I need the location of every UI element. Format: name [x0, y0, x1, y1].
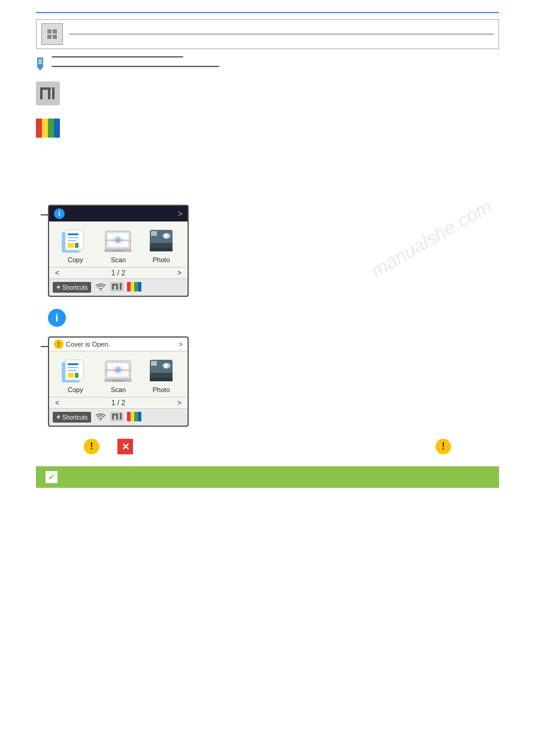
svg-rect-37	[150, 248, 173, 251]
header-row	[36, 19, 499, 49]
svg-rect-21	[68, 233, 78, 235]
printer-screen-2: ! Cover is Open. > Copy	[48, 336, 189, 427]
ink-icon-small-2	[127, 412, 141, 423]
svg-rect-46	[131, 282, 134, 292]
ink-icon-small-1	[127, 282, 141, 293]
screen1-page: 1 / 2	[111, 269, 125, 277]
screen2-bottombar: + Shortcuts	[49, 408, 188, 426]
svg-rect-0	[47, 29, 52, 34]
screen2-scan-label: Scan	[111, 386, 126, 393]
screen2-page: 1 / 2	[111, 399, 125, 407]
ink-icon	[36, 119, 60, 138]
svg-marker-5	[37, 67, 43, 71]
svg-rect-1	[53, 29, 57, 34]
svg-rect-24	[68, 243, 74, 248]
screen1-arrow: >	[178, 209, 183, 218]
svg-rect-2	[47, 35, 52, 39]
screen1-icons: Copy Scan	[49, 221, 188, 267]
svg-rect-60	[105, 369, 131, 371]
svg-rect-55	[75, 373, 78, 378]
error-x-icon: ✕	[117, 439, 133, 454]
screen2-prev: <	[55, 399, 59, 407]
screen2-icons: Copy Scan	[49, 351, 188, 397]
screen2-container: ! Cover is Open. > Copy	[48, 336, 499, 427]
warning-circle-icon: !	[84, 439, 99, 454]
screen2-nav: < 1 / 2 >	[49, 397, 188, 408]
svg-point-65	[164, 364, 168, 368]
svg-rect-75	[127, 412, 131, 421]
copy-app-icon	[61, 229, 90, 254]
note-line-2	[52, 66, 219, 67]
screen2-warning-text: Cover is Open.	[66, 341, 110, 348]
svg-rect-48	[138, 282, 141, 292]
status-icons-row: ! ✕ !	[36, 439, 499, 454]
screen2-photo-label: Photo	[153, 386, 170, 393]
shortcuts-label-1: Shortcuts	[62, 284, 87, 291]
screen2-copy-app: Copy	[61, 359, 90, 393]
screen2-copy-label: Copy	[68, 386, 83, 393]
note-lines	[52, 56, 219, 67]
wifi-icon-2	[95, 411, 107, 423]
screen1-info-badge: i	[54, 208, 65, 219]
screen1-prev: <	[55, 269, 59, 277]
printer-screen-1: i > Copy	[48, 205, 189, 297]
screen1-photo-app: Photo	[146, 229, 176, 263]
header-icon	[41, 23, 63, 45]
svg-rect-77	[134, 412, 138, 421]
svg-rect-68	[151, 361, 157, 366]
screen2-arrow: >	[179, 341, 183, 348]
svg-point-35	[164, 234, 168, 238]
tools-icon-small-1	[110, 282, 123, 293]
copy-app-icon-2	[61, 359, 90, 384]
svg-rect-4	[37, 57, 43, 67]
svg-rect-25	[75, 243, 78, 248]
check-icon: ✓	[46, 471, 58, 483]
tools-icon	[36, 81, 60, 105]
top-rule	[36, 12, 499, 13]
svg-rect-23	[68, 240, 76, 241]
error-x-icon-container: ✕	[117, 439, 133, 454]
svg-rect-16	[42, 119, 48, 138]
warning-icon-inline: !	[84, 439, 99, 454]
scan-app-icon	[103, 229, 133, 254]
svg-rect-52	[68, 367, 78, 368]
svg-rect-72	[116, 414, 118, 420]
svg-rect-67	[150, 378, 173, 381]
info-section: i	[48, 309, 499, 327]
svg-rect-62	[113, 380, 123, 381]
shortcuts-label-2: Shortcuts	[62, 414, 87, 421]
shortcuts-btn-1[interactable]: + Shortcuts	[53, 282, 91, 293]
screen1-nav: < 1 / 2 >	[49, 267, 188, 278]
ink-badge	[36, 116, 60, 140]
svg-rect-13	[52, 91, 55, 99]
svg-rect-38	[151, 231, 157, 236]
header-line	[69, 34, 494, 35]
tools-badge	[36, 81, 60, 105]
screen1-topbar: i >	[49, 206, 188, 221]
photo-app-icon	[146, 229, 176, 254]
pointer-line-1	[41, 214, 48, 215]
svg-rect-47	[134, 282, 138, 292]
svg-rect-53	[68, 370, 76, 371]
svg-rect-32	[113, 250, 123, 251]
shortcuts-btn-2[interactable]: + Shortcuts	[53, 412, 91, 423]
svg-rect-12	[48, 87, 50, 99]
warning-icon-right: !	[436, 439, 451, 454]
screen1-scan-label: Scan	[111, 256, 126, 263]
svg-rect-78	[138, 412, 141, 421]
warn-icon-bar: !	[54, 339, 64, 349]
wifi-icon-1	[95, 281, 107, 293]
svg-rect-54	[68, 373, 74, 378]
svg-rect-15	[36, 119, 42, 138]
tools-icon-small-2	[110, 412, 123, 423]
pencil-icon	[36, 56, 47, 71]
spacer-1	[36, 145, 499, 205]
screen1-scan-app: Scan	[103, 229, 133, 263]
svg-rect-45	[127, 282, 131, 292]
note-line-1	[52, 56, 183, 57]
pointer-line-2	[41, 346, 48, 347]
svg-rect-42	[116, 284, 118, 290]
svg-rect-51	[68, 363, 78, 365]
check-bar: ✓	[36, 466, 499, 488]
plus-icon: +	[56, 283, 61, 292]
